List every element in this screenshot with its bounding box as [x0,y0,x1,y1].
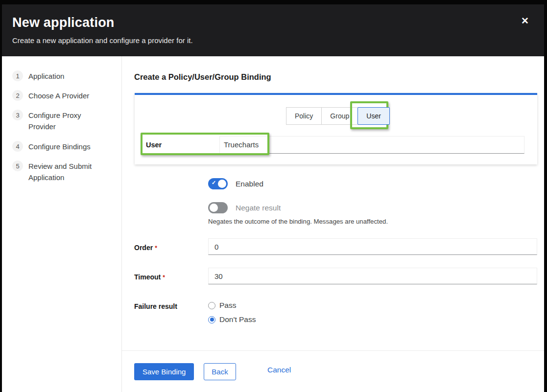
failure-result-option-pass[interactable]: Pass [208,301,236,310]
back-button[interactable]: Back [204,363,236,380]
wizard-step-review-submit[interactable]: 5 Review and Submit Application [12,161,113,183]
order-input[interactable] [208,238,537,255]
negate-result-toggle-label: Negate result [236,204,281,212]
radio-label: Don't Pass [219,315,256,324]
radio-checked[interactable] [208,316,215,323]
sidebar-divider [121,56,122,392]
toggle-check-icon: ✓ [212,180,216,186]
step-label: Configure Bindings [28,141,108,152]
toggle-knob [210,204,218,212]
order-field-label: Order* [134,244,157,252]
cancel-button[interactable]: Cancel [267,366,291,374]
binding-card: Policy Group User User Truecharts [135,93,537,164]
footer-divider [122,350,544,351]
required-asterisk: * [163,274,165,281]
binding-type-tabs: Policy Group User [286,107,390,125]
modal-body: 1 Application 2 Choose A Provider 3 Conf… [2,56,544,392]
wizard-step-choose-provider[interactable]: 2 Choose A Provider [12,90,113,101]
wizard-step-configure-proxy-provider[interactable]: 3 Configure Proxy Provider [12,110,113,132]
required-asterisk: * [155,245,157,252]
timeout-field-label: Timeout* [134,273,165,281]
tab-group[interactable]: Group [321,107,358,125]
step-number-badge: 2 [12,90,23,101]
step-label: Application [28,70,108,82]
toggle-knob [218,180,226,188]
timeout-input[interactable] [208,268,537,284]
timeout-label-text: Timeout [134,273,161,281]
enabled-toggle[interactable]: ✓ [208,178,228,189]
enabled-toggle-label: Enabled [236,180,263,188]
wizard-step-configure-bindings[interactable]: 4 Configure Bindings [12,141,113,152]
radio-label: Pass [219,301,236,310]
negate-result-help-text: Negates the outcome of the binding. Mess… [208,218,388,225]
step-label: Review and Submit Application [28,161,108,183]
save-binding-button[interactable]: Save Binding [134,363,194,380]
modal-header: New application Create a new application… [2,4,544,56]
close-icon: ✕ [521,16,529,26]
failure-result-label: Failure result [134,302,177,310]
step-label: Configure Proxy Provider [28,110,108,132]
step-number-badge: 5 [12,161,23,171]
step-number-badge: 4 [12,141,23,152]
modal-subtitle: Create a new application and configure a… [12,36,544,45]
radio-unchecked[interactable] [208,302,215,309]
step-number-badge: 1 [12,70,23,81]
close-button[interactable]: ✕ [521,16,529,25]
user-select[interactable]: Truecharts [219,136,524,154]
step-label: Choose A Provider [28,90,108,101]
negate-result-toggle[interactable] [208,202,228,213]
new-application-modal: New application Create a new application… [2,4,544,392]
failure-result-option-dont-pass[interactable]: Don't Pass [208,315,256,324]
modal-title: New application [12,15,544,30]
step-number-badge: 3 [12,110,23,120]
wizard-step-application[interactable]: 1 Application [12,70,113,82]
order-label-text: Order [134,244,153,252]
tab-policy[interactable]: Policy [286,107,322,125]
user-field-label: User [146,136,162,154]
tab-user[interactable]: User [357,107,390,125]
form-heading: Create a Policy/User/Group Binding [134,72,271,82]
